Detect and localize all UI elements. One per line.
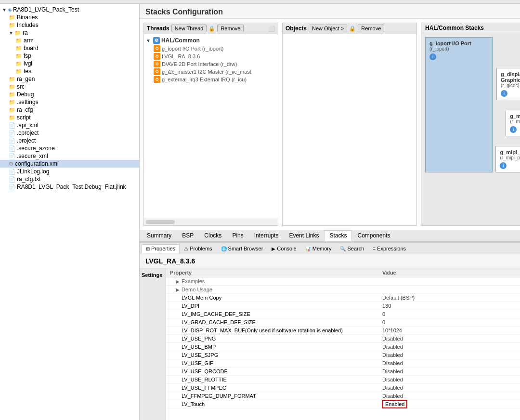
- tree-item[interactable]: 📄.api_xml: [0, 121, 139, 129]
- props-property: LVGL Mem Copy: [166, 294, 378, 302]
- bottom-tab-smart-browser[interactable]: 🌐Smart Browser: [217, 244, 268, 253]
- props-row[interactable]: LV_DPI130: [166, 302, 520, 310]
- tree-item[interactable]: 📄ra_cfg.txt: [0, 175, 139, 183]
- stack-box-mipi-dsi[interactable]: g_mipi_dsi0 MIPI Display (r_mipi_dsi) i: [506, 110, 520, 136]
- bottom-tab-problems[interactable]: ⚠Problems: [180, 244, 216, 253]
- objects-header: Objects New Object > 🔒 Remove: [283, 23, 416, 34]
- props-row[interactable]: LV_GRAD_CACHE_DEF_SIZE0: [166, 318, 520, 327]
- bottom-tab-search[interactable]: 🔍Search: [336, 244, 368, 253]
- hal-item[interactable]: ⚙LVGL_RA_8.3.6: [146, 52, 276, 60]
- tree-item[interactable]: 📁ra_gen: [0, 75, 139, 83]
- bottom-tab-expressions[interactable]: =Expressions: [368, 244, 410, 253]
- tree-item-label: .secure_azone: [17, 145, 55, 152]
- tree-item[interactable]: 📁Includes: [0, 21, 139, 29]
- props-property: LV_USE_GIF: [166, 359, 378, 368]
- hal-icon: ⚙: [153, 37, 160, 44]
- new-thread-button[interactable]: New Thread: [171, 25, 207, 32]
- lvgl-column: LVGL_RA_8.3.6 i ▼ g_disp: [496, 37, 520, 172]
- tree-item[interactable]: ▼◈RA8D1_LVGL_Pack_Test: [0, 6, 139, 13]
- stack-box-ioport[interactable]: g_ioport I/O Port (r_ioport) i: [425, 37, 493, 172]
- bottom-tab-console[interactable]: ▶Console: [267, 244, 300, 253]
- props-property: LV_GRAD_CACHE_DEF_SIZE: [166, 318, 378, 327]
- new-object-button[interactable]: New Object >: [309, 25, 347, 32]
- tab-bsp[interactable]: BSP: [177, 230, 199, 241]
- bottom-tab-label: Memory: [312, 246, 332, 251]
- tree-item[interactable]: 📁fsp: [0, 52, 139, 60]
- props-row[interactable]: LV_USE_PNGDisabled: [166, 335, 520, 343]
- props-row[interactable]: LV_USE_FFMPEGDisabled: [166, 384, 520, 392]
- tree-item[interactable]: 📁tes: [0, 67, 139, 75]
- bottom-tab-label: Search: [347, 246, 364, 251]
- bottom-tabs-bar: ⊞Properties⚠Problems🌐Smart Browser▶Conso…: [140, 243, 520, 254]
- tab-pins[interactable]: Pins: [227, 230, 248, 241]
- tree-item[interactable]: 📁board: [0, 44, 139, 52]
- props-row[interactable]: ▶Examples: [166, 277, 520, 286]
- props-property: LV_USE_FFMPEG: [166, 384, 378, 392]
- main-area: ▼◈RA8D1_LVGL_Pack_Test📁Binaries📁Includes…: [0, 4, 520, 420]
- tree-item[interactable]: 📄RA8D1_LVGL_Pack_Test Debug_Flat.jlink: [0, 183, 139, 191]
- props-row[interactable]: LV_USE_SJPGDisabled: [166, 351, 520, 359]
- remove-thread-button[interactable]: Remove: [217, 25, 244, 32]
- tree-item[interactable]: 📁src: [0, 83, 139, 91]
- props-value: 0: [378, 318, 520, 327]
- props-row[interactable]: LV_USE_BMPDisabled: [166, 343, 520, 351]
- tree-item[interactable]: 📁Binaries: [0, 13, 139, 21]
- tab-stacks[interactable]: Stacks: [324, 230, 352, 241]
- tree-item[interactable]: 📄.secure_azone: [0, 144, 139, 152]
- threads-content: ▼ ⚙ HAL/Common ⚙g_ioport I/O Port (r_iop…: [144, 34, 278, 218]
- tree-item-label: src: [17, 83, 25, 90]
- tree-item[interactable]: 📁lvgl: [0, 60, 139, 67]
- bottom-tab-memory[interactable]: 📊Memory: [301, 244, 336, 253]
- hal-common-header: ▼ ⚙ HAL/Common: [146, 36, 276, 45]
- tree-item-label: ra: [23, 29, 28, 36]
- file-icon: 📄: [9, 184, 15, 190]
- hal-item[interactable]: ⚙g_ioport I/O Port (r_ioport): [146, 45, 276, 52]
- tree-item-label: Includes: [17, 22, 39, 28]
- tree-item[interactable]: 📁arm: [0, 37, 139, 44]
- stack-box-display[interactable]: g_display_lvgl Graphics LCD (r_glcdc) i: [496, 68, 520, 100]
- tree-item[interactable]: 📄.secure_xml: [0, 152, 139, 160]
- tree-item[interactable]: 📄JLinkLog.log: [0, 168, 139, 175]
- hal-item[interactable]: ⚙g_i2c_master1 I2C Master (r_iic_mast: [146, 68, 276, 76]
- props-row[interactable]: ▶Demo Usage: [166, 286, 520, 294]
- file-icon: 📄: [9, 130, 15, 136]
- props-row[interactable]: LV_USE_QRCODEDisabled: [166, 368, 520, 376]
- tree-item[interactable]: 📄.project: [0, 137, 139, 144]
- tab-components[interactable]: Components: [352, 230, 395, 241]
- hal-item-label: g_i2c_master1 I2C Master (r_iic_mast: [162, 69, 251, 75]
- props-value: Default (BSP): [378, 294, 520, 302]
- tree-item[interactable]: 📄.cproject: [0, 129, 139, 137]
- props-value[interactable]: Enabled: [378, 400, 520, 408]
- tab-summary[interactable]: Summary: [142, 230, 177, 241]
- props-row[interactable]: LV_FFMPEG_DUMP_FORMATDisabled: [166, 392, 520, 400]
- tree-item[interactable]: ▼📁ra: [0, 29, 139, 37]
- expand-icon: ▶: [176, 287, 180, 292]
- props-row[interactable]: LV_TouchEnabled: [166, 400, 520, 408]
- tab-clocks[interactable]: Clocks: [199, 230, 227, 241]
- tree-item-label: .cproject: [17, 130, 39, 136]
- tab-interrupts[interactable]: Interrupts: [249, 230, 284, 241]
- props-row[interactable]: LV_USE_GIFDisabled: [166, 359, 520, 368]
- stack-box-mipi-phy[interactable]: g_mipi_phy0 MIPI Physical Layer (r_mipi_…: [495, 146, 520, 172]
- file-icon: 📄: [9, 122, 15, 129]
- hal-item[interactable]: ⚙g_external_irq3 External IRQ (r_icu): [146, 76, 276, 83]
- props-row[interactable]: LVGL Mem CopyDefault (BSP): [166, 294, 520, 302]
- bottom-tab-properties[interactable]: ⊞Properties: [142, 244, 180, 253]
- tree-item[interactable]: 📁.settings: [0, 98, 139, 106]
- tree-item[interactable]: 📁script: [0, 114, 139, 121]
- props-row[interactable]: LV_USE_RLOTTIEDisabled: [166, 376, 520, 384]
- tree-chevron: ▼: [2, 7, 7, 13]
- expand-icon: ▶: [176, 279, 180, 284]
- props-property: LV_FFMPEG_DUMP_FORMAT: [166, 392, 378, 400]
- tree-item-label: JLinkLog.log: [17, 168, 49, 175]
- remove-object-button[interactable]: Remove: [358, 25, 384, 32]
- tree-item[interactable]: ⚙configuration.xml: [0, 160, 139, 168]
- threads-scrollbar[interactable]: [144, 218, 278, 225]
- props-row[interactable]: LV_DISP_ROT_MAX_BUF(Only used if softwar…: [166, 327, 520, 335]
- tab-event-links[interactable]: Event Links: [284, 230, 324, 241]
- hal-item[interactable]: ⚙D/AVE 2D Port Interface (r_drw): [146, 60, 276, 68]
- tree-item[interactable]: 📁Debug: [0, 91, 139, 98]
- props-row[interactable]: LV_IMG_CACHE_DEF_SIZE0: [166, 310, 520, 318]
- tree-item[interactable]: 📁ra_cfg: [0, 106, 139, 114]
- props-value: [378, 277, 520, 286]
